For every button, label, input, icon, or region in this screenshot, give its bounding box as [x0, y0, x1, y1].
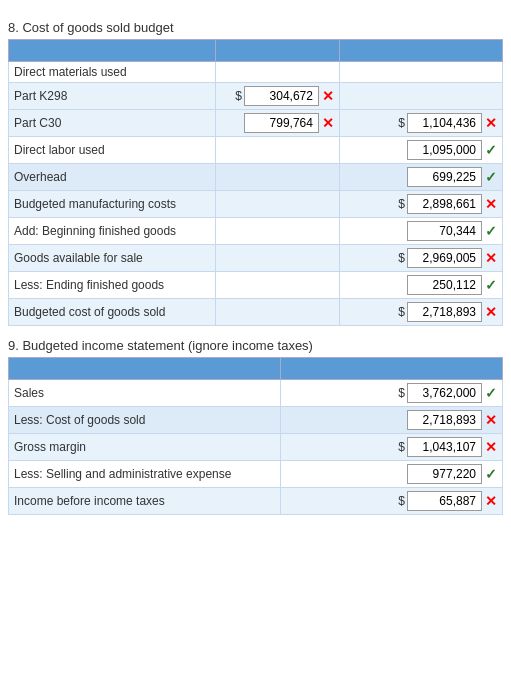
col2-value — [216, 272, 340, 299]
table-row: Less: Ending finished goods250,112✓ — [9, 272, 503, 299]
check-icon: ✓ — [485, 223, 497, 239]
value-input[interactable]: 2,718,893 — [407, 410, 482, 430]
col3-value[interactable]: 699,225✓ — [339, 164, 502, 191]
value-input[interactable]: 977,220 — [407, 464, 482, 484]
dollar-sign: $ — [235, 89, 242, 103]
col3-value[interactable]: 70,344✓ — [339, 218, 502, 245]
row-label: Gross margin — [9, 434, 281, 461]
x-icon: ✕ — [485, 196, 497, 212]
col3-value[interactable]: 250,112✓ — [339, 272, 502, 299]
col3-value — [339, 62, 502, 83]
check-icon: ✓ — [485, 385, 497, 401]
col3-value[interactable]: $1,104,436✕ — [339, 110, 502, 137]
table-row: Part K298$304,672✕ — [9, 83, 503, 110]
value-input[interactable]: 699,225 — [407, 167, 482, 187]
table-row: Part C30799,764✕$1,104,436✕ — [9, 110, 503, 137]
x-icon: ✕ — [485, 115, 497, 131]
table-row: Budgeted cost of goods sold$2,718,893✕ — [9, 299, 503, 326]
row-label: Part C30 — [9, 110, 216, 137]
col2-value — [216, 137, 340, 164]
col-header-2 — [216, 40, 340, 62]
row-label: Income before income taxes — [9, 488, 281, 515]
check-icon: ✓ — [485, 169, 497, 185]
col2-value — [216, 218, 340, 245]
row-label: Direct materials used — [9, 62, 216, 83]
table-row: Budgeted manufacturing costs$2,898,661✕ — [9, 191, 503, 218]
value-input[interactable]: 2,718,893 — [407, 302, 482, 322]
row-label: Add: Beginning finished goods — [9, 218, 216, 245]
table-row: Sales$3,762,000✓ — [9, 380, 503, 407]
value-input[interactable]: 1,095,000 — [407, 140, 482, 160]
col-value[interactable]: 2,718,893✕ — [280, 407, 502, 434]
value-input[interactable]: 304,672 — [244, 86, 319, 106]
check-icon: ✓ — [485, 466, 497, 482]
dollar-sign: $ — [398, 116, 405, 130]
x-icon: ✕ — [485, 439, 497, 455]
value-input[interactable]: 1,043,107 — [407, 437, 482, 457]
col9-header-2 — [280, 358, 502, 380]
section8-title: 8. Cost of goods sold budget — [8, 20, 503, 35]
x-icon: ✕ — [485, 493, 497, 509]
table-row: Direct labor used1,095,000✓ — [9, 137, 503, 164]
col2-value — [216, 191, 340, 218]
col3-value[interactable]: $2,718,893✕ — [339, 299, 502, 326]
col3-value — [339, 83, 502, 110]
col2-value — [216, 299, 340, 326]
col3-value[interactable]: $2,969,005✕ — [339, 245, 502, 272]
x-icon: ✕ — [485, 304, 497, 320]
check-icon: ✓ — [485, 142, 497, 158]
table-row: Add: Beginning finished goods70,344✓ — [9, 218, 503, 245]
dollar-sign: $ — [398, 305, 405, 319]
x-icon: ✕ — [322, 115, 334, 131]
value-input[interactable]: 3,762,000 — [407, 383, 482, 403]
col-value[interactable]: $1,043,107✕ — [280, 434, 502, 461]
value-input[interactable]: 799,764 — [244, 113, 319, 133]
col2-value — [216, 62, 340, 83]
dollar-sign: $ — [398, 494, 405, 508]
col3-value[interactable]: $2,898,661✕ — [339, 191, 502, 218]
dollar-sign: $ — [398, 251, 405, 265]
value-input[interactable]: 65,887 — [407, 491, 482, 511]
table-row: Income before income taxes$65,887✕ — [9, 488, 503, 515]
table-row: Overhead699,225✓ — [9, 164, 503, 191]
table-row: Less: Cost of goods sold2,718,893✕ — [9, 407, 503, 434]
table-row: Gross margin$1,043,107✕ — [9, 434, 503, 461]
dollar-sign: $ — [398, 440, 405, 454]
row-label: Sales — [9, 380, 281, 407]
col-value[interactable]: $3,762,000✓ — [280, 380, 502, 407]
value-input[interactable]: 70,344 — [407, 221, 482, 241]
x-icon: ✕ — [485, 250, 497, 266]
x-icon: ✕ — [322, 88, 334, 104]
col-value[interactable]: 977,220✓ — [280, 461, 502, 488]
x-icon: ✕ — [485, 412, 497, 428]
col2-value — [216, 245, 340, 272]
section8-table: Direct materials usedPart K298$304,672✕P… — [8, 39, 503, 326]
check-icon: ✓ — [485, 277, 497, 293]
table-row: Goods available for sale$2,969,005✕ — [9, 245, 503, 272]
value-input[interactable]: 1,104,436 — [407, 113, 482, 133]
section9-table: Sales$3,762,000✓Less: Cost of goods sold… — [8, 357, 503, 515]
col3-value[interactable]: 1,095,000✓ — [339, 137, 502, 164]
col-value[interactable]: $65,887✕ — [280, 488, 502, 515]
row-label: Less: Ending finished goods — [9, 272, 216, 299]
row-label: Part K298 — [9, 83, 216, 110]
dollar-sign: $ — [398, 386, 405, 400]
value-input[interactable]: 2,969,005 — [407, 248, 482, 268]
value-input[interactable]: 250,112 — [407, 275, 482, 295]
value-input[interactable]: 2,898,661 — [407, 194, 482, 214]
col9-header-1 — [9, 358, 281, 380]
col2-value — [216, 164, 340, 191]
row-label: Less: Selling and administrative expense — [9, 461, 281, 488]
table-row: Direct materials used — [9, 62, 503, 83]
dollar-sign: $ — [398, 197, 405, 211]
col2-value[interactable]: $304,672✕ — [216, 83, 340, 110]
row-label: Direct labor used — [9, 137, 216, 164]
section9-title: 9. Budgeted income statement (ignore inc… — [8, 338, 503, 353]
row-label: Goods available for sale — [9, 245, 216, 272]
row-label: Less: Cost of goods sold — [9, 407, 281, 434]
row-label: Budgeted manufacturing costs — [9, 191, 216, 218]
table-row: Less: Selling and administrative expense… — [9, 461, 503, 488]
col2-value[interactable]: 799,764✕ — [216, 110, 340, 137]
col-header-1 — [9, 40, 216, 62]
row-label: Budgeted cost of goods sold — [9, 299, 216, 326]
